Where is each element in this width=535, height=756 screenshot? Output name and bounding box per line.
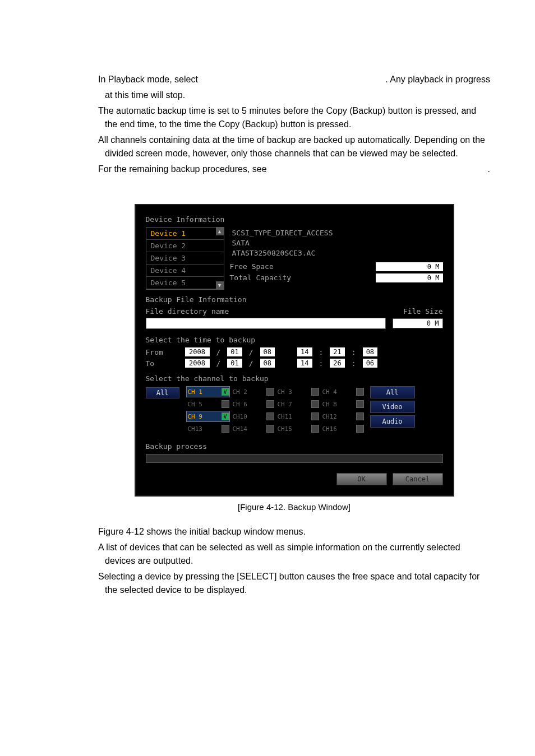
- channel-1[interactable]: CH 1V: [186, 386, 230, 397]
- channel-8[interactable]: CH 8: [321, 398, 365, 410]
- to-hour[interactable]: 14: [297, 359, 312, 368]
- checkbox-icon: [311, 425, 319, 433]
- outro-p3: Selecting a device by pressing the [SELE…: [98, 570, 490, 597]
- channel-7[interactable]: CH 7: [276, 398, 320, 410]
- channel-grid: CH 1V CH 2 CH 3 CH 4 CH 5 CH 6 CH 7 CH 8…: [186, 386, 365, 434]
- from-day[interactable]: 08: [260, 347, 275, 356]
- intro-p1b: . Any playback in progress: [385, 73, 490, 86]
- checkbox-icon: [311, 412, 319, 420]
- file-dir-label: File directory name: [146, 307, 229, 316]
- free-space-value: 0 M: [376, 262, 443, 271]
- device-scroll-down-icon[interactable]: ▼: [216, 281, 224, 289]
- time-sep-2: :: [350, 348, 357, 356]
- channel-15[interactable]: CH15: [276, 423, 320, 434]
- device-item-1[interactable]: Device 1: [146, 228, 224, 240]
- checkbox-icon: [311, 388, 319, 396]
- to-day[interactable]: 08: [260, 359, 275, 368]
- time-from-row: From 2008 / 01 / 08 14 : 21 : 08: [146, 347, 443, 356]
- checkbox-icon: [356, 412, 364, 420]
- to-label: To: [146, 359, 179, 368]
- from-min[interactable]: 21: [330, 347, 344, 356]
- channel-10[interactable]: CH10: [231, 411, 275, 422]
- channel-16[interactable]: CH16: [321, 423, 365, 434]
- time-section-title: Select the time to backup: [146, 336, 443, 344]
- date-sep-2: /: [248, 348, 255, 356]
- file-dir-input[interactable]: [146, 318, 386, 329]
- channel-6[interactable]: CH 6: [231, 398, 275, 410]
- outro-p2: A list of devices that can be selected a…: [98, 541, 490, 568]
- audio-button[interactable]: Audio: [370, 415, 415, 428]
- backup-process-title: Backup process: [146, 442, 443, 451]
- channel-2[interactable]: CH 2: [231, 386, 275, 397]
- dev-desc-l1: SCSI_TYPE_DIRECT_ACCESS: [232, 228, 441, 238]
- checkbox-icon: [222, 425, 229, 433]
- channel-13[interactable]: CH13: [186, 423, 230, 434]
- to-month[interactable]: 01: [227, 359, 242, 368]
- total-capacity-label: Total Capacity: [230, 273, 292, 282]
- device-info-title: Device Information: [146, 215, 443, 224]
- channel-4[interactable]: CH 4: [321, 386, 365, 397]
- free-space-label: Free Space: [230, 262, 274, 271]
- checkbox-icon: [266, 425, 274, 433]
- from-sec[interactable]: 08: [363, 347, 377, 356]
- cancel-button[interactable]: Cancel: [393, 473, 443, 485]
- to-year[interactable]: 2008: [185, 359, 210, 368]
- intro-p2: The automatic backup time is set to 5 mi…: [98, 104, 490, 131]
- device-list[interactable]: ▲ Device 1 Device 2 Device 3 Device 4 De…: [146, 227, 224, 290]
- intro-p1c: at this time will stop.: [98, 89, 490, 102]
- dev-desc-l3: ATAST3250820SCE3.AC: [232, 248, 441, 258]
- backup-dialog: Device Information ▲ Device 1 Device 2 D…: [135, 204, 454, 497]
- date-sep: /: [215, 348, 222, 356]
- total-capacity-value: 0 M: [376, 273, 443, 282]
- intro-line-1: In Playback mode, select . Any playback …: [98, 73, 490, 86]
- all-right-button[interactable]: All: [370, 386, 415, 398]
- channel-5[interactable]: CH 5: [186, 398, 230, 410]
- device-item-4[interactable]: Device 4: [146, 265, 224, 277]
- from-label: From: [146, 348, 179, 356]
- ok-button[interactable]: OK: [336, 473, 387, 485]
- figure-caption: [Figure 4-12. Backup Window]: [98, 502, 490, 512]
- channel-11[interactable]: CH11: [276, 411, 320, 422]
- to-sec[interactable]: 06: [363, 359, 377, 368]
- file-size-value: 0 M: [393, 318, 443, 328]
- device-scroll-up-icon[interactable]: ▲: [216, 228, 224, 235]
- check-icon: V: [222, 388, 229, 396]
- file-size-label: File Size: [403, 307, 442, 316]
- channel-12[interactable]: CH12: [321, 411, 365, 422]
- date-sep-4: /: [248, 359, 255, 368]
- channel-9[interactable]: CH 9V: [186, 411, 230, 422]
- time-to-row: To 2008 / 01 / 08 14 : 26 : 06: [146, 359, 443, 368]
- checkbox-icon: [356, 388, 364, 396]
- check-icon: V: [222, 412, 229, 420]
- from-month[interactable]: 01: [227, 347, 242, 356]
- checkbox-icon: [356, 400, 364, 408]
- time-sep-3: :: [318, 359, 325, 368]
- intro-p1a: In Playback mode, select: [98, 75, 198, 84]
- checkbox-icon: [266, 388, 274, 396]
- checkbox-icon: [266, 412, 274, 420]
- channel-3[interactable]: CH 3: [276, 386, 320, 397]
- time-sep-4: :: [350, 359, 357, 368]
- channel-14[interactable]: CH14: [231, 423, 275, 434]
- intro-p3: All channels containing data at the time…: [98, 133, 490, 160]
- checkbox-icon: [266, 400, 274, 408]
- backup-progress-bar: [146, 454, 443, 463]
- all-left-button[interactable]: All: [146, 387, 179, 398]
- to-min[interactable]: 26: [330, 359, 344, 368]
- time-sep: :: [318, 348, 325, 356]
- checkbox-icon: [356, 425, 364, 433]
- device-item-5[interactable]: Device 5: [146, 277, 224, 289]
- intro-p4b: .: [488, 163, 490, 176]
- channel-section-title: Select the channel to backup: [146, 374, 443, 383]
- intro-line-4: For the remaining backup procedures, see…: [98, 163, 490, 176]
- outro-p1: Figure 4-12 shows the initial backup win…: [98, 525, 490, 539]
- checkbox-icon: [311, 400, 319, 408]
- device-item-2[interactable]: Device 2: [146, 240, 224, 252]
- device-item-3[interactable]: Device 3: [146, 252, 224, 265]
- dev-desc-l2: SATA: [232, 238, 441, 248]
- from-year[interactable]: 2008: [185, 347, 210, 356]
- file-info-title: Backup File Information: [146, 295, 443, 304]
- from-hour[interactable]: 14: [297, 347, 312, 356]
- date-sep-3: /: [215, 359, 222, 368]
- video-button[interactable]: Video: [370, 401, 415, 413]
